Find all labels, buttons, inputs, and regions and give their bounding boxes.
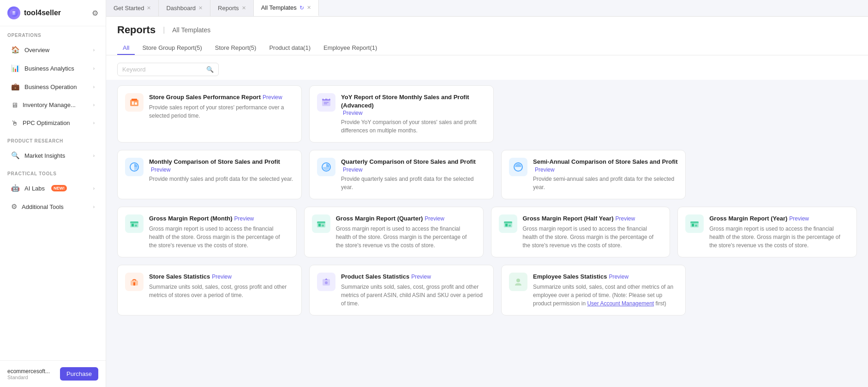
card-title-monthly: Monthly Comparison of Store Sales and Pr… <box>149 158 280 166</box>
logo-area: tool4seller <box>7 6 61 19</box>
filter-tab-store-group[interactable]: Store Group Report(5) <box>137 42 207 55</box>
card-title-store-sales: Store Sales Statistics <box>149 273 210 281</box>
card-icon-store-sales <box>125 273 144 291</box>
svg-rect-27 <box>690 221 699 223</box>
new-badge: NEW! <box>51 185 67 191</box>
card-icon-gross-month <box>125 214 144 233</box>
card-preview-yoy[interactable]: Preview <box>343 110 363 116</box>
tab-get-started[interactable]: Get Started ✕ <box>106 0 159 16</box>
purchase-button[interactable]: Purchase <box>60 367 98 381</box>
breadcrumb-separator: | <box>163 26 165 34</box>
tab-reports-close[interactable]: ✕ <box>242 5 246 11</box>
sidebar-item-business-operation[interactable]: 💼 Business Operation › <box>4 78 102 95</box>
main-content: Reports | All Templates All Store Group … <box>106 17 868 387</box>
card-icon-quarterly <box>317 158 335 176</box>
settings-icon[interactable]: ⚙ <box>92 9 98 18</box>
svg-rect-20 <box>318 224 321 226</box>
ppc-icon: 🖱 <box>11 119 18 127</box>
refresh-icon[interactable]: ↻ <box>299 5 304 11</box>
business-operation-label: Business Operation <box>24 83 77 90</box>
card-preview-quarterly[interactable]: Preview <box>343 167 363 173</box>
overview-label: Overview <box>24 47 49 54</box>
chevron-icon: › <box>93 204 95 209</box>
card-yoy-report[interactable]: YoY Report of Store Monthly Sales and Pr… <box>309 85 494 143</box>
cards-area: Store Group Sales Performance Report Pre… <box>106 80 868 387</box>
card-gross-margin-month[interactable]: Gross Margin Report (Month) Preview Gros… <box>117 207 297 257</box>
tab-all-templates-close[interactable]: ✕ <box>307 5 311 11</box>
card-desc-gross-year: Gross margin report is used to access th… <box>709 225 849 250</box>
cards-row-1: Monthly Comparison of Store Sales and Pr… <box>117 150 857 199</box>
page-title: Reports <box>117 24 156 36</box>
tab-dashboard-label: Dashboard <box>166 5 196 12</box>
tab-bar: Get Started ✕ Dashboard ✕ Reports ✕ All … <box>106 0 868 17</box>
card-icon-gross-year <box>685 214 704 233</box>
tab-get-started-label: Get Started <box>114 5 144 12</box>
card-product-sales-stats[interactable]: Product Sales Statistics Preview Summari… <box>309 265 494 316</box>
card-desc-store-sales: Summarize units sold, sales, cost, gross… <box>149 283 294 299</box>
card-preview-employee-sales[interactable]: Preview <box>609 274 629 280</box>
card-gross-margin-quarter[interactable]: Gross Margin Report (Quarter) Preview Gr… <box>304 207 484 257</box>
tab-all-templates[interactable]: All Templates ↻ ✕ <box>254 0 319 16</box>
svg-point-0 <box>10 9 18 17</box>
sidebar-item-market-insights[interactable]: 🔍 Market Insights › <box>4 147 102 164</box>
card-title-store-group: Store Group Sales Performance Report <box>149 93 261 101</box>
sidebar-item-overview[interactable]: 🏠 Overview › <box>4 41 102 59</box>
card-preview-monthly[interactable]: Preview <box>151 167 171 173</box>
tab-dashboard-close[interactable]: ✕ <box>198 5 203 11</box>
cards-row-2: Gross Margin Report (Month) Preview Gros… <box>117 207 857 257</box>
card-monthly-comparison[interactable]: Monthly Comparison of Store Sales and Pr… <box>117 150 302 199</box>
search-input[interactable] <box>122 66 204 73</box>
business-analytics-label: Business Analytics <box>24 65 74 72</box>
sidebar-header: tool4seller ⚙ <box>0 0 106 26</box>
card-icon-product-sales <box>317 273 335 291</box>
card-desc-employee-sales: Summarize units sold, sales, cost and ot… <box>533 283 678 308</box>
card-desc-yoy: Provide YoY comparison of your stores' s… <box>341 118 486 135</box>
card-preview-semi-annual[interactable]: Preview <box>535 167 555 173</box>
sidebar-item-business-analytics[interactable]: 📊 Business Analytics › <box>4 60 102 77</box>
card-preview-gross-quarter[interactable]: Preview <box>425 215 444 222</box>
card-title-gross-half: Gross Margin Report (Half Year) <box>523 214 614 223</box>
sidebar-item-additional-tools[interactable]: ⚙ Additional Tools › <box>4 198 102 215</box>
card-gross-margin-half[interactable]: Gross Margin Report (Half Year) Preview … <box>491 207 670 257</box>
card-preview-gross-year[interactable]: Preview <box>789 215 809 222</box>
tab-dashboard[interactable]: Dashboard ✕ <box>159 0 210 16</box>
chevron-icon: › <box>93 66 95 71</box>
card-gross-margin-year[interactable]: Gross Margin Report (Year) Preview Gross… <box>677 207 857 257</box>
svg-rect-29 <box>695 225 697 226</box>
tools-icon: ⚙ <box>11 202 17 211</box>
filter-tab-store-report[interactable]: Store Report(5) <box>210 42 262 55</box>
card-store-group-sales[interactable]: Store Group Sales Performance Report Pre… <box>117 85 302 143</box>
sidebar-item-ai-labs[interactable]: 🤖 AI Labs NEW! › <box>4 179 102 197</box>
card-semi-annual-comparison[interactable]: Semi-Annual Comparison of Store Sales an… <box>501 150 686 199</box>
cards-row-3: Store Sales Statistics Preview Summarize… <box>117 265 857 316</box>
tab-get-started-close[interactable]: ✕ <box>147 5 151 11</box>
card-preview-gross-month[interactable]: Preview <box>234 215 254 222</box>
card-store-sales-stats[interactable]: Store Sales Statistics Preview Summarize… <box>117 265 302 316</box>
svg-rect-6 <box>322 99 330 101</box>
inventory-label: Inventory Manage... <box>23 101 76 108</box>
sidebar-item-ppc[interactable]: 🖱 PPC Optimization › <box>4 114 102 131</box>
filter-tab-all[interactable]: All <box>117 42 135 55</box>
svg-rect-4 <box>135 102 137 105</box>
svg-rect-19 <box>317 221 325 223</box>
chevron-icon: › <box>93 84 95 89</box>
card-employee-sales-stats[interactable]: Employee Sales Statistics Preview Summar… <box>501 265 686 316</box>
filter-tab-product-data[interactable]: Product data(1) <box>263 42 316 55</box>
home-icon: 🏠 <box>11 46 20 54</box>
card-preview-store-group[interactable]: Preview <box>263 94 282 101</box>
analytics-icon: 📊 <box>11 64 20 72</box>
filter-tab-employee-report[interactable]: Employee Report(1) <box>318 42 383 55</box>
search-box[interactable]: 🔍 <box>117 63 219 76</box>
operation-icon: 💼 <box>11 83 20 91</box>
card-preview-product-sales[interactable]: Preview <box>411 274 431 280</box>
user-account-management-link[interactable]: User Account Management <box>587 300 654 307</box>
market-insights-label: Market Insights <box>24 152 65 159</box>
card-icon-yoy <box>317 93 335 112</box>
svg-rect-3 <box>132 101 134 105</box>
card-preview-store-sales[interactable]: Preview <box>212 274 232 280</box>
tab-reports[interactable]: Reports ✕ <box>210 0 254 16</box>
card-preview-gross-half[interactable]: Preview <box>615 215 635 222</box>
sidebar-item-inventory[interactable]: 🖥 Inventory Manage... › <box>4 96 102 113</box>
section-label-operations: OPERATIONS <box>0 26 106 41</box>
card-quarterly-comparison[interactable]: Quarterly Comparison of Store Sales and … <box>309 150 494 199</box>
